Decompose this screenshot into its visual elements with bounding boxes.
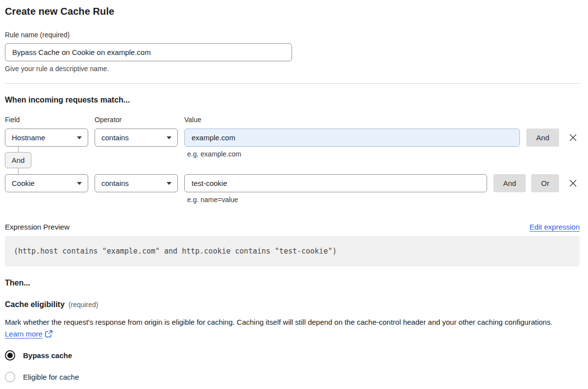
radio-option-bypass-cache[interactable]: Bypass cache <box>5 350 580 361</box>
value-hint-1: e.g. example.com <box>184 150 520 158</box>
field-select-2-value: Cookie <box>12 179 35 187</box>
field-select-1[interactable]: Hostname <box>5 129 88 147</box>
bypass-cache-label: Bypass cache <box>23 351 72 360</box>
and-button-row-2[interactable]: And <box>493 174 526 192</box>
rule-name-label: Rule name (required) <box>5 31 70 39</box>
rule-name-help: Give your rule a descriptive name. <box>5 65 580 73</box>
chevron-down-icon <box>167 136 172 139</box>
close-x-icon <box>568 132 578 143</box>
expression-preview-label: Expression Preview <box>5 223 70 231</box>
operator-column-label: Operator <box>95 116 178 124</box>
then-section-heading: Then... <box>5 279 580 287</box>
value-column-2: e.g. name=value <box>184 174 487 204</box>
edit-expression-link[interactable]: Edit expression <box>529 223 580 231</box>
row-2-actions: And Or <box>493 174 580 192</box>
section-divider <box>5 83 580 84</box>
eligible-for-cache-label: Eligible for cache <box>23 373 79 381</box>
rule-name-section: Rule name (required) Give your rule a de… <box>5 30 580 73</box>
field-select-2[interactable]: Cookie <box>5 174 88 192</box>
and-button-row-1[interactable]: And <box>526 129 559 147</box>
cache-eligibility-description: Mark whether the request's response from… <box>5 316 573 341</box>
learn-more-link[interactable]: Learn more <box>5 330 43 338</box>
field-select-1-value: Hostname <box>12 133 45 142</box>
value-column-1: e.g. example.com <box>184 129 520 158</box>
radio-option-eligible-for-cache[interactable]: Eligible for cache <box>5 372 580 382</box>
expression-preview-header: Expression Preview Edit expression <box>5 223 580 231</box>
external-link-icon <box>45 329 52 341</box>
close-x-icon <box>568 178 578 188</box>
cache-eligibility-title: Cache eligibility <box>5 300 65 309</box>
operator-select-1[interactable]: contains <box>95 129 178 147</box>
create-cache-rule-page: Create new Cache Rule Rule name (require… <box>0 0 588 389</box>
description-text: Mark whether the request's response from… <box>5 318 553 326</box>
condition-row-1: Hostname contains e.g. example.com And <box>5 129 580 158</box>
page-title: Create new Cache Rule <box>5 6 580 17</box>
value-hint-2: e.g. name=value <box>184 196 487 204</box>
chevron-down-icon <box>77 182 82 185</box>
condition-row-2: Cookie contains e.g. name=value And Or <box>5 174 580 204</box>
remove-condition-row-2-button[interactable] <box>568 174 578 192</box>
value-input-1[interactable] <box>184 129 520 147</box>
value-column-label: Value <box>184 116 580 124</box>
condition-column-labels: Field Operator Value <box>5 116 580 124</box>
expression-code-block: (http.host contains "example.com" and ht… <box>5 236 580 266</box>
radio-unselected-icon[interactable] <box>5 372 15 382</box>
operator-select-2-value: contains <box>101 179 129 187</box>
value-input-2[interactable] <box>184 174 487 192</box>
condition-connector: And <box>5 146 64 174</box>
operator-select-2[interactable]: contains <box>95 174 178 192</box>
field-column-label: Field <box>5 116 88 124</box>
remove-condition-row-1-button[interactable] <box>568 129 578 147</box>
cache-eligibility-heading: Cache eligibility (required) <box>5 300 580 309</box>
radio-selected-icon[interactable] <box>5 350 15 361</box>
chevron-down-icon <box>167 182 172 185</box>
or-button-row-2[interactable]: Or <box>531 174 559 192</box>
rule-name-input[interactable] <box>5 43 292 61</box>
match-section-heading: When incoming requests match... <box>5 96 580 104</box>
row-1-actions: And <box>526 129 580 147</box>
connector-and-button[interactable]: And <box>5 152 31 168</box>
chevron-down-icon <box>77 136 82 139</box>
operator-select-1-value: contains <box>101 133 129 142</box>
required-note: (required) <box>69 301 98 309</box>
